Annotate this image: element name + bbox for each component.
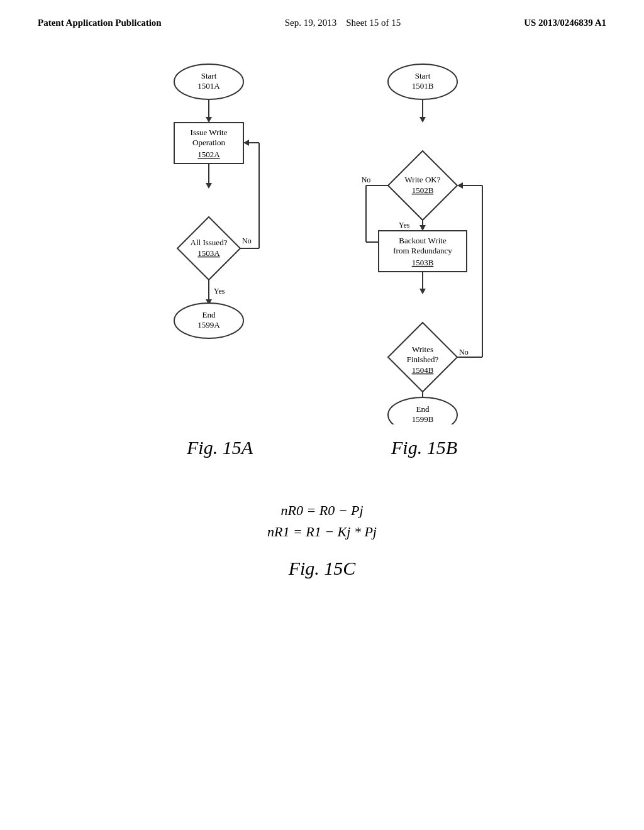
header-date: Sep. 19, 2013 — [285, 18, 337, 28]
svg-text:1501B: 1501B — [412, 81, 434, 91]
svg-text:1503A: 1503A — [197, 248, 220, 258]
header-date-sheet: Sep. 19, 2013 Sheet 15 of 15 — [285, 18, 401, 28]
svg-marker-4 — [206, 117, 212, 123]
formula-section: nR0 = R0 − Pj nR1 = R1 − Kj * Pj Fig. 15… — [0, 458, 644, 579]
flowcharts-container: Start 1501A Issue Write Operation 1502A … — [0, 28, 644, 424]
svg-text:Finished?: Finished? — [407, 355, 439, 364]
svg-text:No: No — [362, 175, 371, 184]
fig-15a-label: Fig. 15A — [187, 437, 253, 458]
svg-text:Backout Write: Backout Write — [399, 236, 447, 245]
svg-text:All Issued?: All Issued? — [191, 238, 228, 247]
svg-marker-17 — [243, 140, 249, 146]
svg-marker-39 — [419, 225, 426, 231]
svg-text:End: End — [203, 310, 216, 319]
svg-text:Issue Write: Issue Write — [191, 128, 228, 137]
svg-text:1502A: 1502A — [197, 150, 220, 159]
svg-text:1503B: 1503B — [412, 258, 434, 267]
page-header: Patent Application Publication Sep. 19, … — [0, 0, 644, 28]
svg-text:1502B: 1502B — [412, 185, 434, 195]
svg-text:No: No — [242, 236, 252, 245]
header-patent-number: US 2013/0246839 A1 — [524, 18, 606, 28]
svg-text:Yes: Yes — [214, 287, 225, 296]
svg-text:from Redundancy: from Redundancy — [393, 246, 452, 255]
svg-marker-10 — [206, 183, 212, 189]
formula-line-1: nR0 = R0 − Pj — [280, 502, 363, 519]
svg-marker-46 — [419, 289, 426, 294]
svg-marker-29 — [419, 117, 426, 123]
fig-15b-label: Fig. 15B — [391, 437, 457, 458]
svg-text:1504B: 1504B — [412, 365, 434, 375]
svg-text:Start: Start — [415, 71, 431, 80]
svg-text:1599A: 1599A — [197, 320, 220, 329]
flowchart-15a: Start 1501A Issue Write Operation 1502A … — [140, 60, 278, 374]
svg-text:Yes: Yes — [399, 221, 410, 230]
header-sheet: Sheet 15 of 15 — [346, 18, 401, 28]
svg-text:Write OK?: Write OK? — [405, 175, 441, 184]
svg-text:Operation: Operation — [192, 138, 225, 147]
header-publication: Patent Application Publication — [38, 18, 162, 28]
svg-text:1501A: 1501A — [197, 81, 220, 91]
svg-text:Writes: Writes — [412, 345, 433, 354]
fig-15c-label: Fig. 15C — [289, 558, 356, 579]
svg-marker-54 — [457, 182, 463, 189]
svg-text:1599B: 1599B — [412, 414, 434, 424]
formula-line-2: nR1 = R1 − Kj * Pj — [267, 524, 377, 540]
svg-text:No: No — [459, 348, 469, 357]
svg-text:End: End — [416, 404, 430, 414]
figure-labels-row: Fig. 15A Fig. 15B — [0, 424, 644, 458]
flowchart-15b: Start 1501B Write OK? 1502B No Yes Backo… — [341, 60, 504, 424]
svg-text:Start: Start — [201, 71, 217, 80]
